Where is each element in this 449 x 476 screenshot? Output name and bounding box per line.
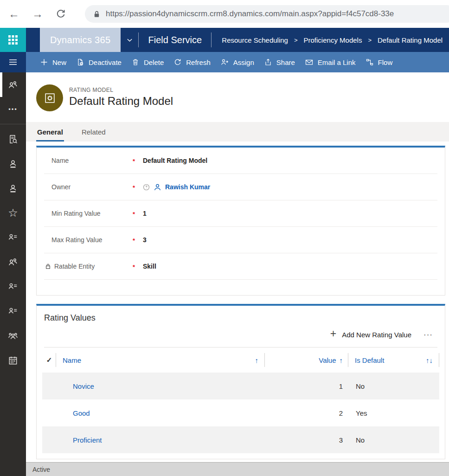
breadcrumb-item-entity[interactable]: Proficiency Models bbox=[304, 36, 362, 44]
sidebar-item-favorites[interactable]: ☆ bbox=[0, 200, 26, 225]
rating-value-link[interactable]: Good bbox=[73, 409, 90, 417]
app-launcher-button[interactable] bbox=[0, 28, 26, 52]
lock-icon bbox=[45, 263, 51, 270]
email-icon bbox=[305, 58, 313, 66]
star-icon: ☆ bbox=[8, 207, 18, 219]
assign-button[interactable]: Assign bbox=[216, 52, 259, 72]
url-text: https://passion4dynamicscrm.crm8.dynamic… bbox=[106, 9, 394, 19]
app-name-label[interactable]: Field Service bbox=[139, 35, 211, 45]
max-rating-field[interactable]: 3 bbox=[143, 236, 147, 244]
breadcrumb: Resource Scheduling > Proficiency Models… bbox=[222, 36, 443, 44]
column-header-value[interactable]: Value ↑ bbox=[265, 347, 348, 373]
nav-divider bbox=[211, 32, 212, 47]
required-asterisk: * bbox=[133, 209, 143, 218]
calendar-icon bbox=[8, 355, 18, 366]
is-default-cell: Yes bbox=[348, 409, 439, 417]
subgrid-actions: + Add New Rating Value ··· bbox=[37, 328, 445, 341]
team-icon bbox=[8, 331, 18, 341]
name-field[interactable]: Default Rating Model bbox=[143, 157, 207, 164]
browser-back-icon[interactable]: ← bbox=[8, 8, 19, 19]
sidebar-item-connections[interactable] bbox=[0, 250, 26, 274]
is-default-cell: No bbox=[348, 382, 439, 390]
checkmark-icon: ✓ bbox=[46, 356, 52, 364]
required-asterisk: * bbox=[133, 262, 143, 270]
entity-type-label: RATING MODEL bbox=[69, 87, 173, 93]
rating-model-icon bbox=[44, 92, 56, 104]
new-button[interactable]: New bbox=[35, 52, 71, 72]
info-icon bbox=[143, 184, 150, 191]
browser-forward-icon[interactable]: → bbox=[32, 8, 43, 19]
field-row-min-rating: Min Rating Value * 1 bbox=[44, 200, 437, 227]
sidebar-item-resources[interactable] bbox=[0, 72, 26, 97]
hamburger-icon bbox=[8, 58, 18, 67]
dynamics-top-nav: Dynamics 365 Field Service Resource Sche… bbox=[0, 28, 449, 52]
table-row[interactable]: Proficient 3 No bbox=[42, 426, 439, 453]
table-row[interactable]: Good 2 Yes bbox=[42, 399, 439, 426]
breadcrumb-item-area[interactable]: Resource Scheduling bbox=[222, 36, 288, 44]
browser-reload-icon[interactable] bbox=[56, 9, 66, 19]
people-icon bbox=[8, 257, 18, 267]
app-switcher-button[interactable] bbox=[121, 28, 138, 52]
min-rating-field[interactable]: 1 bbox=[143, 210, 147, 217]
refresh-icon bbox=[174, 58, 181, 66]
rating-values-section: Rating Values + Add New Rating Value ···… bbox=[36, 304, 445, 459]
app-brand-label: Dynamics 365 bbox=[50, 35, 110, 45]
breadcrumb-separator-icon: > bbox=[368, 37, 372, 44]
more-commands-button[interactable]: ··· bbox=[423, 331, 433, 339]
waffle-icon bbox=[8, 35, 18, 45]
owner-field[interactable]: Rawish Kumar bbox=[143, 183, 210, 191]
sidebar-item-calendar[interactable] bbox=[0, 348, 26, 373]
table-header-row: ✓ Name ↑ Value ↑ Is Default ↑↓ bbox=[42, 347, 439, 373]
select-all-checkbox[interactable]: ✓ bbox=[42, 347, 56, 373]
chevron-down-icon bbox=[126, 37, 133, 44]
column-header-name[interactable]: Name ↑ bbox=[56, 347, 265, 373]
name-field-label: Name bbox=[51, 157, 69, 164]
app-window: ← → https://passion4dynamicscrm.crm8.dyn… bbox=[0, 0, 449, 476]
dynamics365-home-button[interactable]: Dynamics 365 bbox=[40, 28, 121, 52]
rating-value-link[interactable]: Novice bbox=[73, 382, 94, 390]
delete-button[interactable]: Delete bbox=[127, 52, 169, 72]
add-new-rating-value-button[interactable]: + Add New Rating Value bbox=[330, 330, 411, 339]
tab-related[interactable]: Related bbox=[81, 122, 107, 142]
browser-chrome: ← → https://passion4dynamicscrm.crm8.dyn… bbox=[0, 0, 449, 28]
address-bar[interactable]: https://passion4dynamicscrm.crm8.dynamic… bbox=[85, 5, 449, 23]
sidebar-item-teams[interactable] bbox=[0, 323, 26, 348]
owner-link[interactable]: Rawish Kumar bbox=[165, 183, 210, 191]
sidebar-item-roster-1[interactable] bbox=[0, 225, 26, 250]
assign-person-icon bbox=[221, 58, 229, 66]
flow-icon bbox=[366, 58, 373, 66]
ratable-entity-field[interactable]: Skill bbox=[143, 263, 156, 270]
value-cell: 2 bbox=[265, 409, 348, 417]
sidebar-item-audit[interactable] bbox=[0, 127, 26, 151]
deactivate-button[interactable]: Deactivate bbox=[71, 52, 127, 72]
column-header-is-default[interactable]: Is Default ↑↓ bbox=[348, 347, 439, 373]
share-button[interactable]: Share bbox=[259, 52, 300, 72]
tab-general[interactable]: General bbox=[36, 122, 64, 142]
email-link-button[interactable]: Email a Link bbox=[300, 52, 361, 72]
site-map-toggle-button[interactable] bbox=[0, 52, 26, 72]
value-cell: 1 bbox=[265, 382, 348, 390]
command-bar: New Deactivate Delete Refresh bbox=[0, 52, 449, 72]
sidebar-item-contact-2[interactable] bbox=[0, 176, 26, 200]
people-icon bbox=[8, 80, 18, 90]
lock-icon bbox=[93, 10, 101, 18]
sidebar-item-roster-2[interactable] bbox=[0, 274, 26, 299]
breadcrumb-item-record[interactable]: Default Rating Model bbox=[378, 36, 443, 44]
refresh-button[interactable]: Refresh bbox=[169, 52, 216, 72]
contact-icon bbox=[8, 183, 18, 193]
required-asterisk: * bbox=[133, 236, 143, 244]
subgrid-title: Rating Values bbox=[37, 306, 445, 323]
sidebar-item-more[interactable]: ••• bbox=[0, 97, 26, 122]
sidebar-item-roster-3[interactable] bbox=[0, 299, 26, 323]
sidebar-item-contact-1[interactable] bbox=[0, 151, 26, 176]
owner-field-label: Owner bbox=[51, 183, 71, 191]
is-default-cell: No bbox=[348, 436, 439, 444]
sidebar-nav: ••• ☆ bbox=[0, 72, 26, 476]
flow-button[interactable]: Flow bbox=[361, 52, 398, 72]
value-cell: 3 bbox=[265, 436, 348, 444]
contact-icon bbox=[8, 159, 18, 169]
rating-value-link[interactable]: Proficient bbox=[73, 436, 102, 444]
trash-icon bbox=[132, 58, 139, 66]
sort-asc-icon: ↑ bbox=[340, 356, 343, 364]
table-row[interactable]: Novice 1 No bbox=[42, 373, 439, 399]
